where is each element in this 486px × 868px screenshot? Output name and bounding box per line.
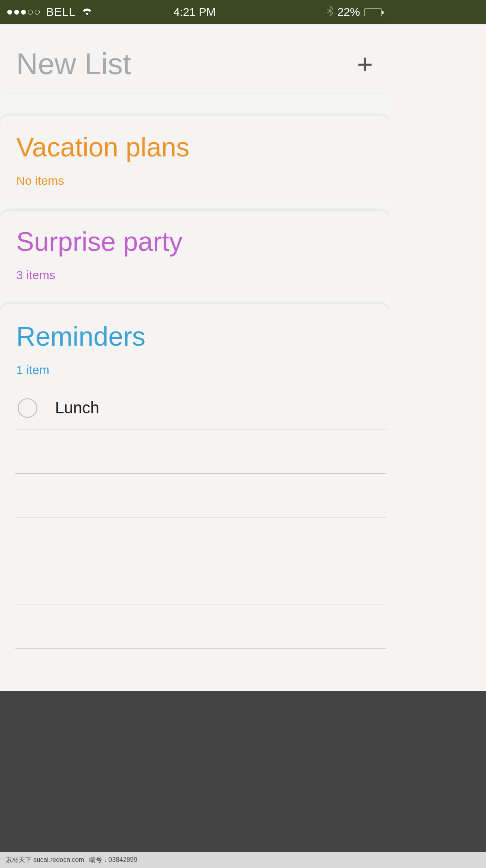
reminder-item-empty[interactable]	[15, 430, 386, 473]
new-list-card[interactable]: New List +	[0, 24, 389, 93]
reminder-item-empty[interactable]	[15, 605, 386, 648]
carrier-label: BELL	[46, 6, 76, 19]
phone-screen: BELL 4:21 PM 22% New List + Vacation pla…	[0, 0, 389, 691]
right-panel	[389, 0, 486, 691]
list-card-surprise[interactable]: Surprise party 3 items	[0, 211, 389, 295]
background-fill	[0, 691, 486, 852]
footer-id: 编号：03842899	[89, 856, 137, 864]
list-card-vacation[interactable]: Vacation plans No items	[0, 115, 389, 202]
status-right: 22%	[327, 5, 382, 19]
new-list-title: New List	[16, 47, 131, 81]
bluetooth-icon	[327, 5, 333, 19]
wifi-icon	[81, 6, 93, 19]
list-title: Vacation plans	[16, 132, 373, 162]
battery-icon	[364, 9, 382, 16]
list-subtitle: 1 item	[16, 363, 373, 377]
status-left: BELL	[7, 6, 93, 19]
add-icon[interactable]: +	[357, 48, 373, 80]
list-card-reminders[interactable]: Reminders 1 item Lunch	[0, 304, 389, 691]
reminder-item-empty[interactable]	[15, 561, 386, 605]
reminder-item[interactable]: Lunch	[15, 386, 386, 430]
footer-site: 素材天下 sucai.redocn.com	[6, 856, 84, 864]
list-subtitle: No items	[16, 174, 373, 188]
reminder-checkbox-icon[interactable]	[18, 398, 37, 418]
reminder-text: Lunch	[55, 399, 99, 417]
list-title: Reminders	[16, 321, 373, 352]
status-bar: BELL 4:21 PM 22%	[0, 0, 389, 24]
list-title: Surprise party	[16, 226, 373, 257]
reminder-item-empty[interactable]	[15, 517, 386, 561]
battery-percent: 22%	[337, 6, 360, 19]
reminder-item-empty[interactable]	[15, 648, 386, 692]
status-time: 4:21 PM	[173, 6, 215, 19]
content-area: New List + Vacation plans No items Surpr…	[0, 24, 389, 691]
list-subtitle: 3 items	[16, 268, 373, 282]
signal-strength-icon	[7, 10, 40, 15]
reminder-item-empty[interactable]	[15, 473, 386, 517]
footer-strip: 素材天下 sucai.redocn.com 编号：03842899	[0, 852, 486, 868]
